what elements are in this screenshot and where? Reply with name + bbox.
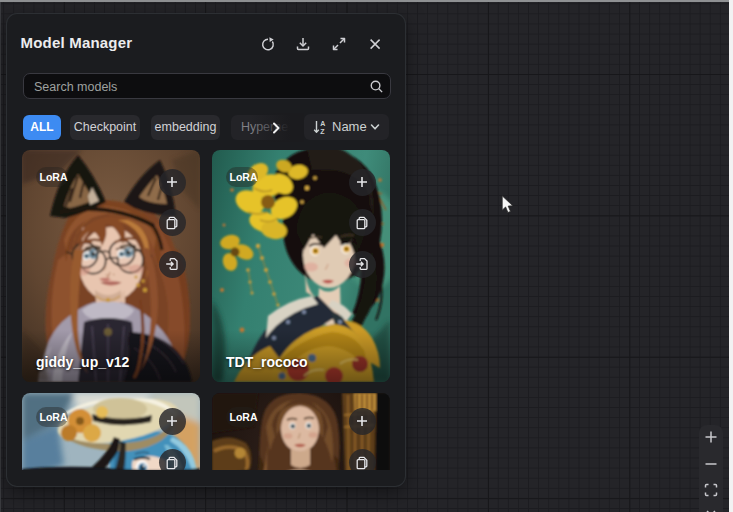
svg-text:Z: Z <box>320 128 325 135</box>
svg-text:A: A <box>320 120 325 127</box>
